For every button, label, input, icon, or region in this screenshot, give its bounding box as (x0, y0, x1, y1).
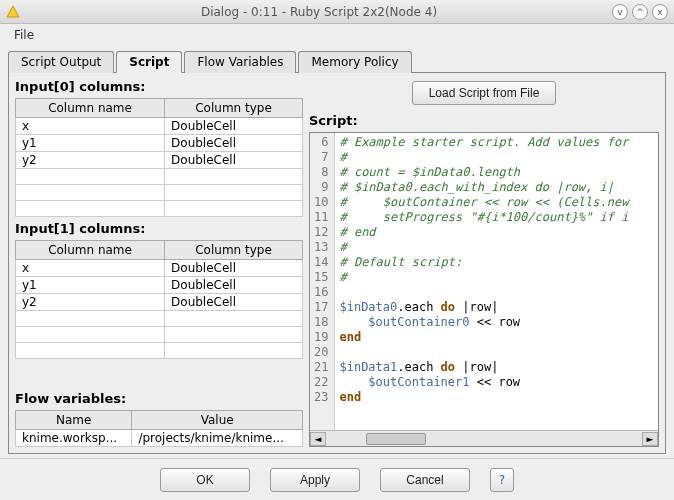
cell: y1 (16, 135, 165, 152)
window-title: Dialog - 0:11 - Ruby Script 2x2(Node 4) (26, 5, 612, 19)
cell: DoubleCell (165, 277, 303, 294)
maximize-button[interactable]: ^ (632, 4, 648, 20)
apply-button[interactable]: Apply (270, 468, 360, 492)
file-menu[interactable]: File (8, 26, 40, 44)
scroll-left-button[interactable]: ◄ (310, 432, 326, 446)
tab-flow-variables[interactable]: Flow Variables (184, 51, 296, 73)
load-script-button[interactable]: Load Script from File (412, 81, 557, 105)
input0-label: Input[0] columns: (15, 79, 303, 94)
script-label: Script: (309, 113, 659, 128)
menubar: File (0, 24, 674, 46)
name-header[interactable]: Name (16, 411, 132, 430)
line-gutter: 67891011121314151617181920212223 (310, 133, 335, 430)
tab-script[interactable]: Script (116, 51, 182, 73)
h-scrollbar[interactable]: ◄ ► (310, 430, 658, 446)
cell: y2 (16, 294, 165, 311)
flow-label: Flow variables: (15, 391, 303, 406)
col-name-header[interactable]: Column name (16, 99, 165, 118)
table-row[interactable]: xDoubleCell (16, 260, 303, 277)
help-button[interactable]: ? (490, 468, 514, 492)
col-type-header[interactable]: Column type (165, 99, 303, 118)
cell: y1 (16, 277, 165, 294)
scroll-track[interactable] (326, 432, 642, 446)
tab-script-output[interactable]: Script Output (8, 51, 114, 73)
input0-table[interactable]: Column name Column type xDoubleCelly1Dou… (15, 98, 303, 217)
cell: x (16, 118, 165, 135)
cell: DoubleCell (165, 118, 303, 135)
table-row[interactable]: y2DoubleCell (16, 152, 303, 169)
ok-button[interactable]: OK (160, 468, 250, 492)
value-header[interactable]: Value (132, 411, 303, 430)
close-button[interactable]: x (652, 4, 668, 20)
button-bar: OK Apply Cancel ? (0, 458, 674, 500)
cell: x (16, 260, 165, 277)
cell: knime.worksp... (16, 430, 132, 447)
minimize-button[interactable]: v (612, 4, 628, 20)
script-panel: Input[0] columns: Column name Column typ… (8, 73, 666, 454)
cell: DoubleCell (165, 294, 303, 311)
script-editor[interactable]: 67891011121314151617181920212223 # Examp… (309, 132, 659, 447)
scroll-right-button[interactable]: ► (642, 432, 658, 446)
code-area[interactable]: # Example starter script. Add values for… (335, 133, 658, 430)
cell: DoubleCell (165, 260, 303, 277)
table-row[interactable]: y2DoubleCell (16, 294, 303, 311)
col-name-header[interactable]: Column name (16, 241, 165, 260)
input1-label: Input[1] columns: (15, 221, 303, 236)
tabs: Script Output Script Flow Variables Memo… (8, 50, 666, 73)
cell: DoubleCell (165, 135, 303, 152)
flow-table[interactable]: Name Value knime.worksp.../projects/knim… (15, 410, 303, 447)
cell: /projects/knime/knime... (132, 430, 303, 447)
cell: y2 (16, 152, 165, 169)
cell: DoubleCell (165, 152, 303, 169)
app-icon (6, 5, 20, 19)
input1-table[interactable]: Column name Column type xDoubleCelly1Dou… (15, 240, 303, 359)
cancel-button[interactable]: Cancel (380, 468, 470, 492)
table-row[interactable]: xDoubleCell (16, 118, 303, 135)
table-row[interactable]: y1DoubleCell (16, 135, 303, 152)
table-row[interactable]: knime.worksp.../projects/knime/knime... (16, 430, 303, 447)
titlebar[interactable]: Dialog - 0:11 - Ruby Script 2x2(Node 4) … (0, 0, 674, 24)
col-type-header[interactable]: Column type (165, 241, 303, 260)
scroll-thumb[interactable] (366, 433, 426, 445)
table-row[interactable]: y1DoubleCell (16, 277, 303, 294)
svg-marker-0 (7, 6, 19, 17)
tab-memory-policy[interactable]: Memory Policy (298, 51, 411, 73)
dialog-window: Dialog - 0:11 - Ruby Script 2x2(Node 4) … (0, 0, 674, 500)
